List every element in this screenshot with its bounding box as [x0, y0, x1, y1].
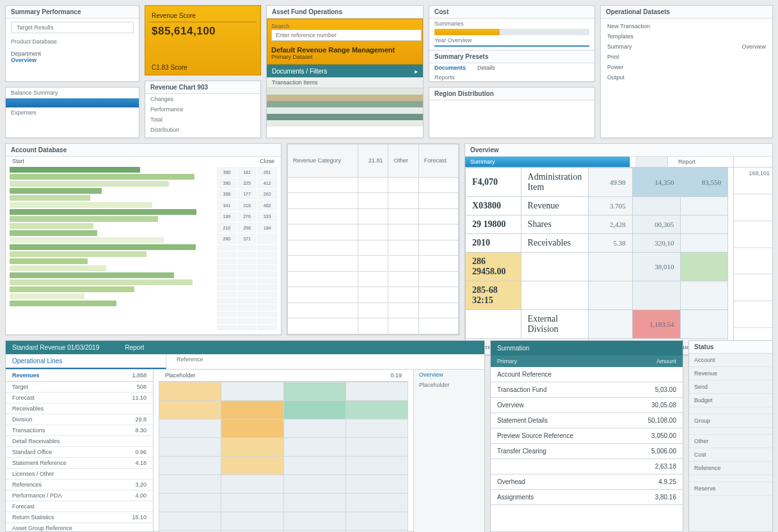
bl-row: Performance / PDA4.00 — [6, 490, 153, 501]
bl-vB: 0.19 — [390, 372, 402, 379]
asset-search-input[interactable] — [271, 29, 422, 41]
asset-teal-bar: Documents / Filters▸ — [267, 65, 423, 77]
bl-row: References3.20 — [6, 480, 153, 490]
asset-fund-panel: Asset Fund Operations Search Default Rev… — [266, 5, 424, 138]
bl-row: Detail Receivables — [6, 436, 153, 447]
balance-field: Balance Summary — [6, 88, 139, 98]
status-item[interactable]: Account — [689, 354, 772, 367]
gold-title: Revenue Score — [152, 12, 254, 19]
status-item[interactable]: Send — [689, 380, 772, 394]
cost-l1[interactable]: Documents — [434, 65, 466, 71]
status-panel: Status AccountRevenueSendBudgetGroupOthe… — [688, 340, 773, 532]
bl-tab[interactable]: Operational Lines — [6, 354, 166, 369]
status-item[interactable]: Cost — [689, 448, 772, 462]
status-item[interactable]: Reserve — [689, 482, 772, 496]
bl-hB: Placeholder — [165, 372, 196, 379]
bl-row: Transactions8.30 — [6, 425, 153, 436]
bl-row: Return Statistics15.10 — [6, 512, 153, 523]
cat-h2: Other — [388, 145, 418, 178]
rc-l1: Changes — [145, 94, 260, 104]
overview-panel: Overview Summary Report F4,070Administra… — [464, 143, 773, 356]
status-item[interactable] — [689, 428, 772, 435]
bottom-left-panel: Standard Revenue 01/03/2019 Report Opera… — [5, 340, 485, 532]
rc-l4: Distribution — [145, 125, 260, 135]
ov-title: Overview — [465, 144, 772, 157]
cat-h1: Revenue Category — [288, 145, 358, 178]
status-item[interactable]: Revenue — [689, 367, 772, 380]
bl-row: Forecast — [6, 501, 153, 512]
cost-s2: Year Overview — [429, 35, 594, 45]
status-item[interactable]: Other — [689, 435, 772, 448]
asset-tab[interactable]: Transaction Items — [267, 77, 423, 88]
rc-l3: Total — [145, 114, 260, 125]
bl-row: Forecast11.10 — [6, 393, 153, 403]
op-datasets-panel: Operational Datasets New TransactionTemp… — [600, 5, 773, 138]
opds-item[interactable]: Print — [601, 52, 772, 62]
status-item[interactable] — [689, 475, 772, 482]
rev-chart-card: Revenue Chart 903 Changes Performance To… — [145, 81, 261, 138]
cat-v1: 21.81 — [358, 145, 388, 178]
status-item[interactable]: Reference — [689, 462, 772, 475]
opds-item[interactable]: Templates — [601, 31, 772, 42]
summation-panel: Summation Primary Amount Account Referen… — [490, 340, 683, 532]
cost-box: Summary Presets — [429, 50, 594, 63]
status-item[interactable]: Budget — [689, 394, 772, 407]
opds-item[interactable]: Power — [601, 62, 772, 72]
cost-l3[interactable]: Reports — [429, 72, 594, 82]
summary-group-label: Department — [11, 51, 134, 57]
rev-chart-title: Revenue Chart 903 — [145, 81, 260, 94]
bl-row: Asset Group Reference — [6, 523, 153, 532]
balance-panel: Balance Summary Expenses — [5, 87, 139, 138]
bl-c2: Reference — [171, 354, 209, 369]
acct-hb: Close — [260, 158, 274, 164]
opds-item[interactable]: SummaryOverview — [601, 42, 772, 52]
sum-table: Account ReferenceTransaction Fund5,03.00… — [491, 367, 683, 505]
gold-value: $85,614,100 — [152, 25, 254, 38]
balance-note: Expenses — [6, 107, 139, 118]
sum-title: Summation — [497, 345, 530, 352]
summary-title: Summary Performance — [6, 6, 139, 19]
bl-row: Statement Reference4.18 — [6, 458, 153, 469]
cost-panel: Cost Summaries Year Overview Summary Pre… — [429, 5, 595, 82]
bl-sideA[interactable]: Overview — [414, 370, 484, 380]
bl-sideB[interactable]: Placeholder — [414, 380, 484, 390]
sum-h2: Amount — [619, 356, 683, 367]
cost-s1: Summaries — [429, 19, 594, 29]
bl-c1: Report — [125, 344, 144, 351]
opds-item[interactable]: New Transaction — [601, 21, 772, 31]
revenue-score-card: Revenue Score $85,614,100 C1.83 Score — [145, 5, 261, 75]
summary-option[interactable]: Overview — [11, 57, 134, 63]
status-item[interactable] — [689, 407, 772, 414]
ov-tab-1[interactable]: Summary — [465, 157, 630, 167]
asset-bar-text: Documents / Filters — [272, 68, 327, 75]
color-grid — [159, 382, 408, 532]
bl-row: Target508 — [6, 382, 153, 393]
asset-sub: Primary Dataset — [271, 54, 418, 60]
ov-tab-3[interactable]: Report — [673, 157, 728, 167]
balance-bar — [6, 98, 139, 107]
bl-row: Division29.8 — [6, 414, 153, 425]
region-panel: Region Distribution — [429, 87, 595, 138]
bl-row: Receivables — [6, 403, 153, 414]
bl-row: Standard Office0.96 — [6, 447, 153, 458]
asset-band: Default Revenue Range Management — [271, 46, 418, 54]
account-db-chart: Account Database Start Close 30018120139… — [5, 143, 282, 335]
asset-search-label: Search — [271, 23, 418, 29]
status-item[interactable]: Group — [689, 414, 772, 428]
bl-row: Licenses / Other — [6, 469, 153, 480]
cost-title: Cost — [429, 6, 594, 19]
sum-h1: Primary — [491, 356, 614, 367]
summary-line1: Target Results — [11, 22, 134, 33]
ov-tab-2[interactable] — [635, 157, 668, 167]
rc-l2: Performance — [145, 104, 260, 114]
cost-l2[interactable]: Details — [477, 65, 495, 71]
fin-grid: F4,070Administration Item49.9814,35083,5… — [465, 168, 728, 355]
bl-vA: 1,858 — [132, 372, 147, 379]
cost-progress — [434, 29, 589, 35]
summary-panel: Summary Performance Target Results Produ… — [5, 5, 139, 82]
opds-item[interactable]: Output — [601, 72, 772, 82]
gold-foot: C1.83 Score — [152, 64, 187, 71]
status-title: Status — [689, 341, 772, 354]
region-title: Region Distribution — [429, 88, 594, 100]
summary-line2: Product Database — [6, 36, 139, 47]
